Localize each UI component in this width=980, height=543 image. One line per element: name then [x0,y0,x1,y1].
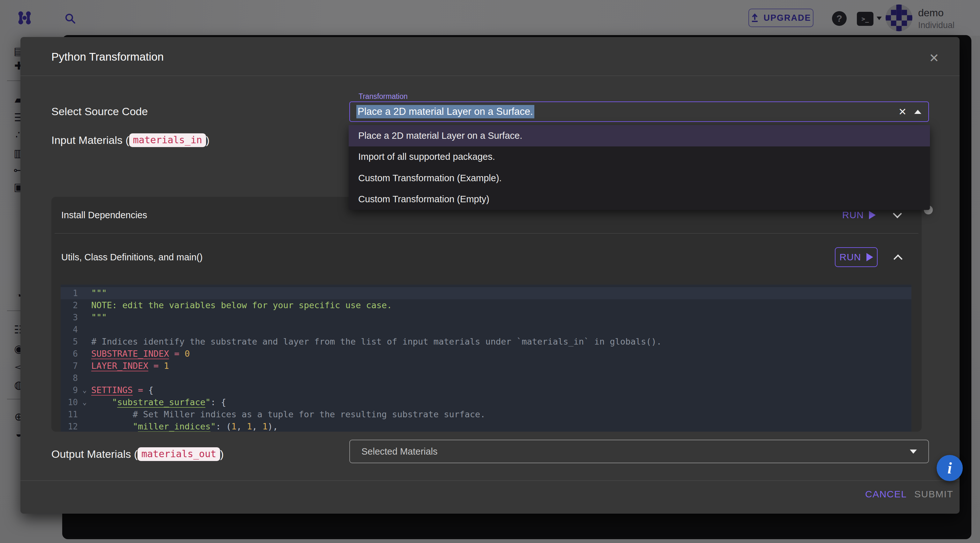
input-materials-prefix: Input Materials ( [51,134,129,146]
code-text: SUBSTRATE_INDEX = 0 [91,348,912,360]
code-text: "substrate_surface": { [91,396,912,408]
output-materials-label: Output Materials (materials_out) [51,448,224,462]
dropdown-option[interactable]: Import of all supported packages. [349,146,930,168]
dropdown-arrow-icon [910,449,917,454]
utils-section-title: Utils, Class Definitions, and main() [61,252,202,263]
line-number: 12 [60,420,78,432]
line-number: 11 [60,408,78,420]
collapse-arrow-icon[interactable] [914,110,921,114]
input-materials-label: Input Materials (materials_in) [51,134,210,148]
clear-icon[interactable]: ✕ [898,106,907,118]
gutter-spacer [78,287,91,299]
code-line[interactable]: 3""" [60,311,912,323]
info-button[interactable]: i [937,455,963,481]
code-line[interactable]: 11 # Set Miller indices as a tuple for t… [60,408,912,420]
chevron-down-icon[interactable] [893,209,902,218]
submit-button[interactable]: SUBMIT [914,489,953,500]
fold-icon[interactable]: ⌄ [78,384,91,396]
line-number: 8 [60,372,78,384]
run-label: RUN [842,210,864,220]
code-line[interactable]: 2NOTE: edit the variables below for your… [60,299,912,311]
gutter-spacer [78,311,91,323]
input-materials-suffix: ) [206,134,210,146]
fold-icon[interactable]: ⌄ [78,396,91,408]
gutter-spacer [78,299,91,311]
play-icon [866,253,873,261]
line-number: 3 [60,311,78,323]
code-text: # Indices identify the substrate and lay… [91,336,912,348]
gutter-spacer [78,348,91,360]
materials-in-chip: materials_in [129,133,206,147]
line-number: 6 [60,348,78,360]
gutter-spacer [78,408,91,420]
select-source-code-label: Select Source Code [51,105,148,118]
line-number: 1 [60,287,78,299]
transformation-options-menu: Place a 2D material Layer on a Surface.I… [349,125,930,210]
line-number: 7 [60,360,78,372]
page: UPGRADE ? >_ demo Individual ▤✚▰☰∴▥⊶▣◔☷◉… [0,0,980,543]
code-line[interactable]: 1""" [60,287,912,299]
line-number: 10 [60,396,78,408]
code-text [91,372,912,384]
footer-divider [21,481,959,481]
code-text: """ [91,311,912,323]
dropdown-option[interactable]: Custom Transformation (Empty) [349,189,930,210]
gutter-spacer [78,323,91,336]
code-line[interactable]: 12 "miller_indices": (1, 1, 1), [60,420,912,432]
play-icon [869,211,876,219]
transformation-select[interactable]: Place a 2D material Layer on a Surface. … [349,102,929,122]
dropdown-option[interactable]: Custom Transformation (Example). [349,167,930,189]
selected-materials-select[interactable]: Selected Materials [349,439,929,463]
materials-out-chip: materials_out [137,447,220,461]
dropdown-option[interactable]: Place a 2D material Layer on a Surface. [349,125,930,146]
chevron-up-icon[interactable] [894,255,902,264]
code-line[interactable]: 8 [60,372,912,384]
code-text: NOTE: edit the variables below for your … [91,299,912,311]
code-line[interactable]: 7LAYER_INDEX = 1 [60,360,912,372]
gutter-spacer [78,372,91,384]
header-divider [21,76,959,76]
install-run-button[interactable]: RUN [842,210,876,220]
transformation-field-label: Transformation [356,92,410,101]
code-text: """ [91,287,912,299]
code-text: SETTINGS = { [91,384,912,396]
code-line[interactable]: 9⌄SETTINGS = { [60,384,912,396]
transformation-value: Place a 2D material Layer on a Surface. [356,105,535,118]
line-number: 4 [60,323,78,336]
line-number: 5 [60,336,78,348]
close-icon[interactable]: ✕ [929,51,939,65]
selected-materials-placeholder: Selected Materials [361,446,438,457]
output-materials-prefix: Output Materials ( [51,448,137,460]
utils-run-button[interactable]: RUN [835,247,878,267]
run-label: RUN [840,252,861,263]
line-number: 2 [60,299,78,311]
gutter-spacer [78,336,91,348]
code-line[interactable]: 4 [60,323,912,336]
output-materials-suffix: ) [220,448,224,460]
code-text: LAYER_INDEX = 1 [91,360,912,372]
code-text: "miller_indices": (1, 1, 1), [91,420,912,432]
gutter-spacer [78,360,91,372]
code-line[interactable]: 10⌄ "substrate_surface": { [60,396,912,408]
code-text: # Set Miller indices as a tuple for the … [91,408,912,420]
gutter-spacer [78,420,91,432]
code-line[interactable]: 5# Indices identify the substrate and la… [60,336,912,348]
code-editor[interactable]: 1"""2NOTE: edit the variables below for … [60,285,912,432]
code-text [91,323,912,336]
dialog-title: Python Transformation [51,50,164,63]
code-line[interactable]: 6SUBSTRATE_INDEX = 0 [60,348,912,360]
utils-section[interactable]: Utils, Class Definitions, and main() RUN [51,234,922,281]
cancel-button[interactable]: CANCEL [865,489,907,500]
line-number: 9 [60,384,78,396]
install-dependencies-title: Install Dependencies [61,210,147,220]
code-sections-panel: Install Dependencies RUN Utils, Class De… [51,197,922,432]
